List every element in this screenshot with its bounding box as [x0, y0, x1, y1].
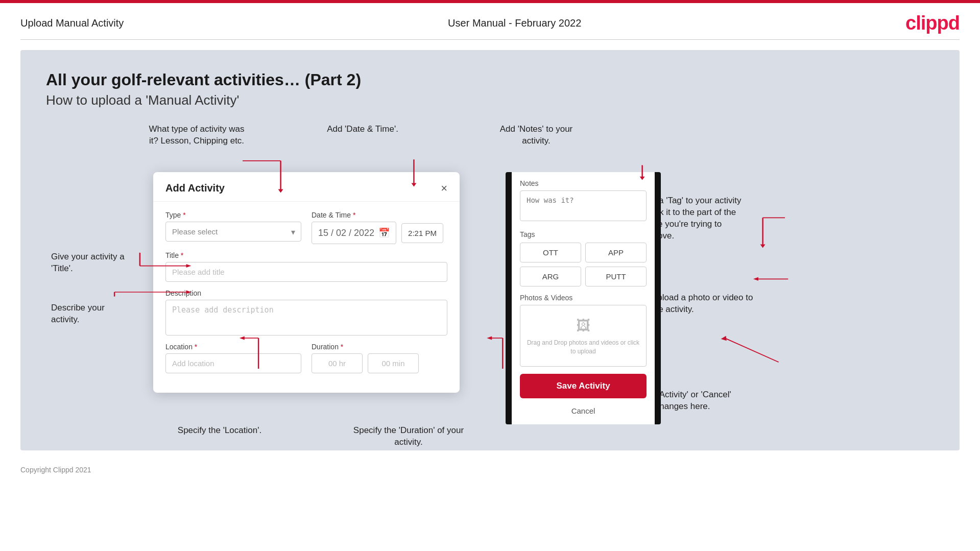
annotation-notes: Add 'Notes' to your activity. [485, 124, 587, 147]
panel-left-border [506, 172, 512, 424]
duration-min-input[interactable] [368, 353, 419, 373]
description-label: Description [165, 289, 447, 297]
cancel-link[interactable]: Cancel [520, 404, 647, 417]
dialog-body: Type * Please select ▾ Date & Time * [153, 202, 460, 393]
duration-label: Duration * [312, 343, 447, 351]
annotation-activity-type: What type of activity was it? Lesson, Ch… [146, 124, 248, 147]
phone-panel-content: Notes Tags OTT APP ARG PUTT Photos & Vid… [512, 172, 655, 424]
calendar-icon[interactable]: 📅 [378, 227, 390, 238]
title-input[interactable] [165, 262, 447, 282]
dialog-header: Add Activity × [153, 172, 460, 202]
save-activity-button[interactable]: Save Activity [520, 374, 647, 398]
datetime-group: Date & Time * 15 / 02 / 2022 📅 2:21 PM [312, 211, 447, 244]
dialog-title: Add Activity [165, 182, 225, 194]
svg-marker-21 [760, 245, 766, 248]
location-group: Location * [165, 343, 301, 373]
photos-label: Photos & Videos [520, 294, 647, 302]
description-row: Description [165, 289, 447, 336]
close-button[interactable]: × [441, 183, 447, 194]
datetime-label: Date & Time * [312, 211, 447, 219]
duration-hr-input[interactable] [312, 353, 363, 373]
annotation-description: Describe your activity. [51, 302, 133, 326]
svg-marker-25 [721, 336, 727, 341]
tag-app[interactable]: APP [585, 243, 647, 262]
upload-area[interactable]: 🖼 Drag and Drop photos and videos or cli… [520, 305, 647, 367]
duration-group: Duration * [312, 343, 447, 373]
add-activity-dialog: Add Activity × Type * Please select [153, 172, 460, 393]
description-group: Description [165, 289, 447, 336]
footer: Copyright Clippd 2021 [0, 461, 980, 479]
annotation-date-time: Add 'Date & Time'. [322, 124, 403, 135]
manual-title: User Manual - February 2022 [448, 17, 581, 29]
annotation-location: Specify the 'Location'. [174, 425, 266, 437]
svg-marker-16 [487, 337, 492, 340]
copyright: Copyright Clippd 2021 [20, 466, 91, 474]
header: Upload Manual Activity User Manual - Feb… [0, 3, 980, 39]
title-row: Title * [165, 251, 447, 282]
type-select[interactable]: Please select [165, 222, 301, 242]
svg-marker-23 [753, 277, 758, 281]
header-divider [20, 39, 960, 40]
type-group: Type * Please select ▾ [165, 211, 301, 244]
main-content: All your golf-relevant activities… (Part… [20, 50, 960, 450]
upload-icon: 🖼 [525, 316, 641, 336]
type-select-wrapper[interactable]: Please select ▾ [165, 222, 301, 242]
panel-right-border [655, 172, 661, 424]
duration-inputs [312, 353, 447, 373]
location-label: Location * [165, 343, 301, 351]
annotation-title: Give your activity a 'Title'. [51, 251, 133, 275]
type-label: Type * [165, 211, 301, 219]
svg-line-24 [725, 338, 779, 362]
location-input[interactable] [165, 353, 301, 373]
date-input[interactable]: 15 / 02 / 2022 📅 [312, 222, 396, 244]
location-duration-row: Location * Duration * [165, 343, 447, 373]
logo: clippd [905, 12, 960, 34]
tag-putt[interactable]: PUTT [585, 267, 647, 286]
annotation-duration: Specify the 'Duration' of your activity. [352, 425, 465, 448]
page-title: Upload Manual Activity [20, 17, 124, 29]
date-time-inputs: 15 / 02 / 2022 📅 2:21 PM [312, 222, 447, 244]
tag-ott[interactable]: OTT [520, 243, 581, 262]
type-datetime-row: Type * Please select ▾ Date & Time * [165, 211, 447, 244]
notes-textarea[interactable] [520, 190, 647, 221]
title-group: Title * [165, 251, 447, 282]
description-textarea[interactable] [165, 300, 447, 336]
tags-label: Tags [520, 230, 647, 238]
annotation-upload: Upload a photo or video to the activity. [651, 292, 753, 316]
tags-grid: OTT APP ARG PUTT [520, 243, 647, 286]
tag-arg[interactable]: ARG [520, 267, 581, 286]
notes-label: Notes [520, 179, 647, 187]
time-input[interactable]: 2:21 PM [401, 223, 443, 243]
main-heading: All your golf-relevant activities… (Part… [46, 70, 934, 89]
right-panel-area: Notes Tags OTT APP ARG PUTT Photos & Vid… [506, 172, 661, 424]
main-subheading: How to upload a 'Manual Activity' [46, 92, 934, 108]
title-label: Title * [165, 251, 447, 259]
